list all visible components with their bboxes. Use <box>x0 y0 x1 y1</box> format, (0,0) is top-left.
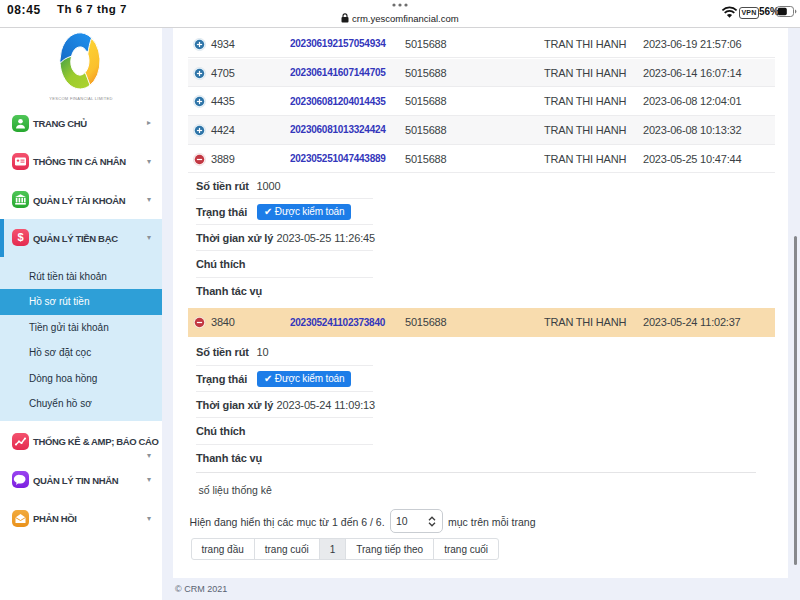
svg-text:$: $ <box>17 232 23 244</box>
